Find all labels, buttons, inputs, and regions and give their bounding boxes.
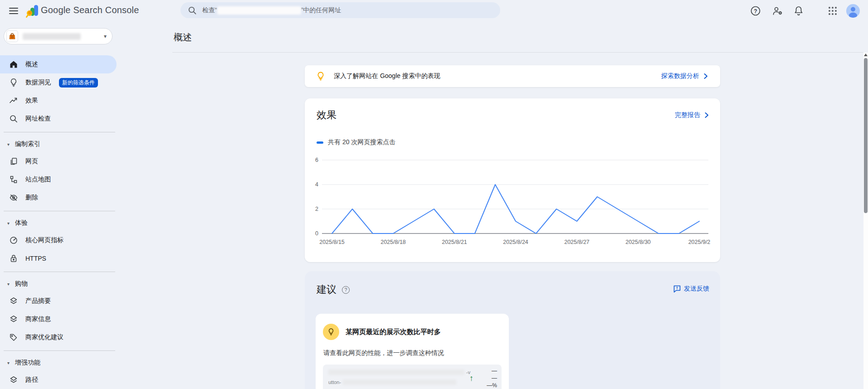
caret-down-icon: ▾: [7, 360, 10, 365]
sidebar-item-label: 数据洞见: [25, 78, 51, 87]
sidebar-item-label: 路径: [25, 376, 38, 384]
sidebar-item-label: 网页: [25, 157, 38, 165]
shopping-bag-property-icon: [6, 30, 18, 42]
svg-text:2025/8/27: 2025/8/27: [564, 239, 590, 245]
search-icon: [188, 6, 197, 15]
property-selector[interactable]: ▾: [4, 28, 112, 44]
sidebar-group-experience[interactable]: ▾ 体验: [0, 215, 119, 231]
search-placeholder-suffix: ”中的任何网址: [301, 6, 341, 15]
layers-icon: [9, 297, 18, 306]
sidebar-item-sitemaps[interactable]: 站点地图: [0, 170, 119, 189]
svg-text:0: 0: [315, 230, 318, 237]
redacted-metrics: — — —%: [487, 367, 497, 389]
legend-label: 共有 20 次网页搜索点击: [328, 138, 395, 146]
lightbulb-tip-icon: [316, 71, 326, 81]
full-report-link[interactable]: 完整报告: [675, 111, 710, 119]
redacted-property-label: [23, 33, 81, 40]
sidebar-item-label: 删除: [25, 194, 38, 202]
increase-arrow-icon: ↑: [469, 374, 473, 383]
legend-marker: [317, 141, 323, 144]
sidebar-item-label: 概述: [25, 60, 38, 68]
redacted-property-name: [217, 6, 301, 15]
svg-text:2: 2: [315, 206, 318, 212]
sidebar-divider: [4, 350, 115, 351]
svg-text:2025/8/15: 2025/8/15: [319, 239, 345, 245]
sidebar-item-label: 网址检查: [25, 115, 51, 123]
sidebar-item-merchant-opportunities[interactable]: 商家优化建议: [0, 328, 119, 346]
lightbulb-badge-icon: [323, 324, 339, 340]
svg-text:2025/8/24: 2025/8/24: [503, 239, 528, 245]
suggestion-card[interactable]: 某网页最近的展示次数比平时多 请查看此网页的性能，进一步调查这种情况 -v ut…: [316, 314, 509, 389]
sidebar-group-indexing[interactable]: ▾ 编制索引: [0, 136, 119, 152]
dropdown-caret-icon: ▾: [104, 33, 107, 39]
notifications-bell-icon[interactable]: [793, 5, 805, 17]
sidebar-nav: 概述 数据洞见 新的筛选条件 效果 网址检查 ▾ 编制索引 网页 站点地图: [0, 55, 119, 389]
sidebar-item-label: 核心网页指标: [25, 236, 63, 244]
sidebar-divider: [4, 211, 115, 211]
sidebar-item-core-web-vitals[interactable]: 核心网页指标: [0, 231, 119, 249]
sidebar-item-url-inspection[interactable]: 网址检查: [0, 110, 119, 128]
sidebar-item-label: 商家信息: [25, 315, 51, 323]
sidebar-item-merchant-listings[interactable]: 商家信息: [0, 310, 119, 328]
chevron-right-icon: [703, 112, 710, 119]
pages-copy-icon: [9, 157, 18, 166]
banner-text: 深入了解网站在 Google 搜索中的表现: [334, 72, 440, 80]
sidebar-item-removals[interactable]: 删除: [0, 189, 119, 207]
search-console-logo-icon: [26, 3, 39, 19]
help-icon[interactable]: ?: [750, 5, 761, 17]
trending-up-icon: [9, 96, 18, 105]
menu-icon[interactable]: [8, 5, 21, 16]
url-inspect-searchbar[interactable]: 检查“ ”中的任何网址: [180, 2, 500, 18]
scrollbar-up-arrow[interactable]: [864, 53, 868, 56]
sidebar-group-enhancements[interactable]: ▾ 增强功能: [0, 355, 119, 371]
sidebar-item-breadcrumbs[interactable]: 路径: [0, 371, 119, 389]
sidebar-item-product-snippets[interactable]: 产品摘要: [0, 292, 119, 310]
url-fragment: utton-: [328, 379, 341, 385]
suggestion-heading: 某网页最近的展示次数比平时多: [346, 328, 441, 336]
sidebar-item-performance[interactable]: 效果: [0, 92, 119, 110]
recommendations-card: 建议 ? 发送反馈 某网页最近的展示次数比平时多 请查看此网页的性能，进一步调查…: [305, 271, 720, 389]
help-circle-icon[interactable]: ?: [342, 286, 350, 294]
suggestion-page-row[interactable]: -v utton- ↑ — — —%: [323, 365, 502, 389]
layers-icon: [9, 315, 18, 324]
explore-insights-link[interactable]: 探索数据分析: [661, 72, 709, 80]
speedometer-icon: [9, 236, 18, 245]
avatar[interactable]: [846, 4, 860, 18]
sidebar-item-https[interactable]: HTTPS: [0, 249, 119, 267]
sidebar-group-title: 体验: [15, 219, 28, 227]
svg-text:2025/8/18: 2025/8/18: [380, 239, 406, 245]
send-feedback-link[interactable]: 发送反馈: [673, 285, 709, 293]
sidebar-item-label: 站点地图: [25, 175, 51, 184]
sidebar-item-label: 商家优化建议: [25, 333, 63, 341]
svg-text:4: 4: [315, 181, 318, 188]
new-filter-badge: 新的筛选条件: [59, 78, 98, 88]
sidebar-item-overview[interactable]: 概述: [0, 55, 117, 73]
app-header: Google Search Console 检查“ ”中的任何网址 ?: [0, 0, 868, 22]
svg-text:2025/8/30: 2025/8/30: [625, 239, 651, 245]
eye-off-icon: [9, 193, 18, 202]
layers-icon: [9, 375, 18, 384]
header-divider: [172, 52, 863, 53]
page-title: 概述: [174, 31, 192, 44]
manage-users-settings-icon[interactable]: [772, 5, 784, 17]
sidebar-divider: [4, 272, 115, 272]
performance-title: 效果: [317, 108, 336, 122]
svg-text:2025/9/2: 2025/9/2: [688, 239, 711, 245]
tag-icon: [9, 333, 18, 342]
sidebar-item-insights[interactable]: 数据洞见 新的筛选条件: [0, 73, 119, 92]
lock-icon: [9, 254, 18, 263]
chart-legend: 共有 20 次网页搜索点击: [317, 138, 395, 146]
svg-text:6: 6: [315, 157, 318, 163]
suggestion-body: 请查看此网页的性能，进一步调查这种情况: [323, 349, 502, 357]
scrollbar-thumb[interactable]: [864, 58, 868, 213]
performance-card: 效果 完整报告 共有 20 次网页搜索点击 02462025/8/152025/…: [305, 98, 720, 262]
insights-banner: 深入了解网站在 Google 搜索中的表现 探索数据分析: [305, 65, 720, 87]
home-icon: [9, 60, 18, 69]
svg-text:2025/8/21: 2025/8/21: [442, 239, 467, 245]
redacted-url-line2: [343, 379, 456, 385]
sidebar-divider: [4, 132, 115, 132]
apps-grid-icon[interactable]: [827, 5, 839, 17]
feedback-bubble-icon: [673, 285, 681, 293]
sidebar-item-pages[interactable]: 网页: [0, 152, 119, 170]
sidebar-group-shopping[interactable]: ▾ 购物: [0, 276, 119, 292]
